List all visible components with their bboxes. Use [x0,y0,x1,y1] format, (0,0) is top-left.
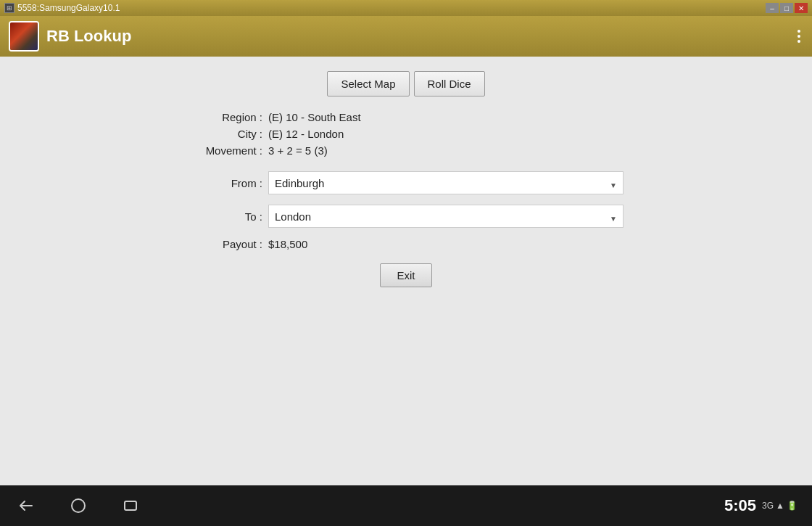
app-title: RB Lookup [46,27,131,46]
bars-icon: ▲ [776,501,784,511]
movement-row: Movement : 3 + 2 = 5 (3) [188,144,624,157]
exit-button[interactable]: Exit [380,263,431,287]
nav-bar: 5:05 3G ▲ 🔋 [0,485,812,526]
svg-point-0 [72,499,85,512]
title-bar-title: 5558:SamsungGalaxy10.1 [17,3,120,13]
movement-label: Movement : [188,144,268,157]
payout-row: Payout : $18,500 [188,238,624,250]
region-row: Region : (E) 10 - South East [188,111,624,123]
button-row: Select Map Roll Dice [327,71,484,96]
title-bar-controls: – □ ✕ [766,3,808,13]
from-row: From : Edinburgh ▼ [188,171,624,194]
to-value: London [275,210,311,223]
info-table: Region : (E) 10 - South East City : (E) … [188,111,624,287]
menu-button[interactable] [795,27,803,46]
movement-value: 3 + 2 = 5 (3) [268,144,328,157]
app-header: RB Lookup [0,16,812,57]
recents-button[interactable] [119,494,142,517]
from-dropdown-arrow: ▼ [610,181,617,191]
battery-icon: 🔋 [787,501,798,511]
to-dropdown-arrow: ▼ [610,215,617,224]
spacer-1 [188,161,624,171]
from-label: From : [188,177,268,189]
close-button[interactable]: ✕ [795,3,808,13]
status-time: 5:05 [724,496,756,515]
app-system-icon: ⊞ [4,3,14,13]
nav-bar-right: 5:05 3G ▲ 🔋 [724,496,798,515]
app-logo [9,21,39,52]
menu-dot-1 [798,30,800,33]
select-map-button[interactable]: Select Map [327,71,409,96]
status-icons: 3G ▲ 🔋 [762,501,798,511]
city-value: (E) 12 - London [268,128,344,140]
restore-button[interactable]: □ [780,3,793,13]
city-row: City : (E) 12 - London [188,128,624,140]
main-content: Select Map Roll Dice Region : (E) 10 - S… [0,57,812,485]
region-value: (E) 10 - South East [268,111,361,123]
app-header-left: RB Lookup [9,21,131,52]
region-label: Region : [188,111,268,123]
svg-rect-1 [125,501,136,510]
from-value: Edinburgh [275,177,324,189]
from-input[interactable]: Edinburgh ▼ [268,171,624,194]
title-bar-left: ⊞ 5558:SamsungGalaxy10.1 [4,3,120,13]
nav-bar-left [14,494,142,517]
payout-label: Payout : [188,238,268,250]
back-button[interactable] [14,494,38,517]
home-button[interactable] [67,494,90,517]
to-row: To : London ▼ [188,205,624,228]
app-logo-inner [10,22,38,50]
signal-icon: 3G [762,501,774,511]
payout-value: $18,500 [268,238,307,250]
to-input[interactable]: London ▼ [268,205,624,228]
menu-dot-2 [798,35,800,38]
menu-dot-3 [798,40,800,43]
city-label: City : [188,128,268,140]
exit-button-container: Exit [188,263,624,287]
minimize-button[interactable]: – [766,3,779,13]
title-bar: ⊞ 5558:SamsungGalaxy10.1 – □ ✕ [0,0,812,16]
to-label: To : [188,210,268,223]
roll-dice-button[interactable]: Roll Dice [414,71,485,96]
